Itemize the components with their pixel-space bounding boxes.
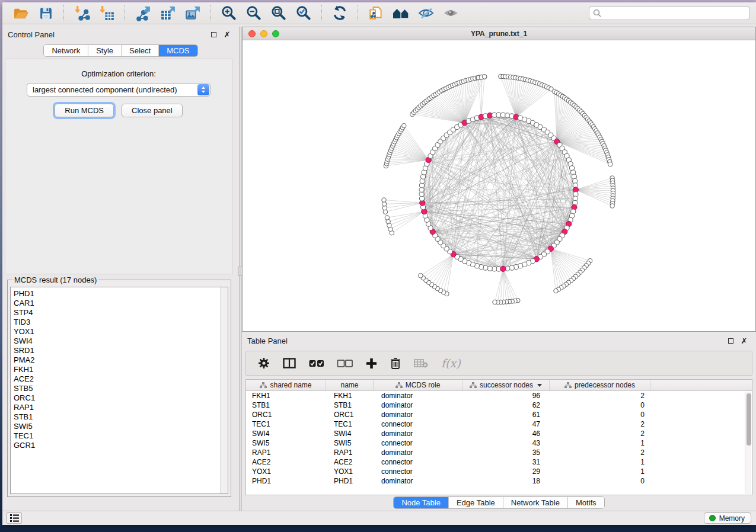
table-settings-button[interactable] — [258, 357, 270, 369]
optimization-criterion-select[interactable]: largest connected component (undirected) — [27, 83, 210, 97]
graph-node[interactable] — [573, 196, 578, 201]
search-input[interactable] — [589, 6, 750, 20]
mcds-result-item[interactable]: TID3 — [14, 318, 228, 327]
select-all-columns-button[interactable] — [309, 360, 324, 367]
save-session-button[interactable] — [35, 4, 56, 22]
mcds-result-list[interactable]: PHD1CAR1STP4TID3YOX1SWI4SRD1PMA2FKH1ACE2… — [10, 287, 228, 494]
graph-node[interactable] — [482, 75, 487, 79]
column-header-name[interactable]: name — [326, 380, 374, 390]
graph-node[interactable] — [382, 198, 387, 203]
graph-node[interactable] — [487, 266, 492, 271]
zoom-fit-button[interactable] — [268, 4, 289, 22]
table-scrollbar[interactable] — [745, 392, 751, 494]
table-row[interactable]: TEC1TEC1connector472 — [246, 419, 752, 429]
table-row[interactable]: STB1STB1dominator620 — [246, 400, 752, 410]
import-table-button[interactable] — [96, 4, 117, 22]
run-mcds-button[interactable]: Run MCDS — [55, 104, 114, 117]
export-network-button[interactable] — [132, 4, 154, 22]
table-row[interactable]: YOX1YOX1connector291 — [246, 467, 752, 476]
tab-select[interactable]: Select — [121, 45, 158, 56]
node-table[interactable]: shared namenameMCDS rolesuccessor nodesp… — [245, 379, 752, 495]
graph-node[interactable] — [505, 113, 510, 118]
graph-node[interactable] — [419, 273, 423, 278]
open-file-button[interactable] — [10, 4, 31, 22]
column-header-predecessor-nodes[interactable]: predecessor nodes — [550, 380, 650, 390]
task-history-button[interactable] — [7, 512, 22, 524]
graph-node[interactable] — [509, 265, 514, 270]
close-traffic-light[interactable] — [248, 30, 256, 37]
close-panel-button[interactable]: ✗ — [222, 30, 232, 39]
mcds-result-item[interactable]: PHD1 — [14, 289, 228, 299]
minimize-traffic-light[interactable] — [260, 30, 267, 37]
zoom-in-button[interactable] — [218, 4, 240, 22]
mcds-result-item[interactable]: ACE2 — [14, 374, 228, 384]
graph-node[interactable] — [573, 178, 578, 183]
export-image-button[interactable] — [182, 4, 203, 22]
memory-button[interactable]: Memory — [704, 512, 751, 524]
export-table-button[interactable] — [157, 4, 178, 22]
column-header-shared-name[interactable]: shared name — [246, 380, 326, 390]
graph-node[interactable] — [608, 162, 613, 166]
mcds-result-item[interactable]: STB5 — [14, 384, 228, 393]
graph-node[interactable] — [419, 183, 424, 188]
unselect-all-columns-button[interactable] — [337, 360, 353, 367]
graph-node[interactable] — [610, 204, 615, 209]
mcds-result-item[interactable]: TEC1 — [14, 431, 228, 441]
mcds-result-item[interactable]: SWI5 — [14, 422, 228, 431]
graph-node[interactable] — [554, 289, 559, 293]
table-row[interactable]: RAP1RAP1dominator352 — [246, 448, 752, 457]
graph-node[interactable] — [572, 174, 576, 179]
tab-edge-table[interactable]: Edge Table — [448, 497, 503, 508]
mcds-result-item[interactable]: RAP1 — [14, 403, 228, 412]
mcds-result-item[interactable]: STP4 — [14, 308, 228, 318]
table-row[interactable]: SWI5SWI5connector431 — [246, 438, 752, 448]
float-panel-button[interactable] — [209, 30, 218, 39]
tab-network[interactable]: Network — [44, 45, 88, 56]
scrollbar-thumb[interactable] — [747, 393, 751, 446]
table-row[interactable]: ACE2ACE2connector311 — [246, 457, 752, 467]
mcds-result-item[interactable]: STB1 — [14, 412, 228, 422]
apply-layout-button[interactable] — [329, 4, 350, 22]
show-column-panel-button[interactable] — [283, 358, 296, 368]
table-row[interactable]: PHD1PHD1dominator180 — [246, 476, 752, 486]
graph-node-mcds[interactable] — [500, 266, 506, 271]
column-header-successor-nodes[interactable]: successor nodes — [462, 380, 550, 390]
hide-selected-button[interactable] — [415, 4, 436, 22]
tab-mcds[interactable]: MCDS — [158, 45, 197, 56]
float-table-panel-button[interactable] — [726, 336, 735, 345]
import-network-button[interactable] — [71, 4, 92, 22]
create-column-button[interactable] — [366, 358, 377, 369]
network-view[interactable] — [243, 40, 755, 331]
delete-column-button[interactable] — [390, 357, 401, 369]
new-network-from-selection-button[interactable] — [365, 4, 387, 22]
table-row[interactable]: FKH1FKH1dominator962 — [246, 391, 752, 400]
first-neighbors-button[interactable] — [390, 4, 412, 22]
graph-node[interactable] — [420, 178, 425, 183]
mcds-result-item[interactable]: YOX1 — [14, 327, 228, 336]
mcds-result-item[interactable]: SRD1 — [14, 346, 228, 355]
maximize-traffic-light[interactable] — [272, 30, 279, 37]
mcds-result-item[interactable]: FKH1 — [14, 365, 228, 374]
close-panel-button-mcds[interactable]: Close panel — [122, 104, 183, 117]
mcds-result-item[interactable]: CAR1 — [14, 299, 228, 308]
table-row[interactable]: ORC1ORC1dominator610 — [246, 410, 752, 419]
show-all-button[interactable] — [440, 4, 461, 22]
graph-node[interactable] — [385, 216, 390, 220]
graph-node[interactable] — [493, 300, 497, 305]
tab-node-table[interactable]: Node Table — [394, 497, 448, 508]
tab-network-table[interactable]: Network Table — [503, 497, 567, 508]
table-row[interactable]: SWI4SWI4dominator462 — [246, 429, 752, 438]
mcds-result-item[interactable]: PMA2 — [14, 355, 228, 365]
column-header-MCDS-role[interactable]: MCDS role — [374, 380, 462, 390]
graph-node[interactable] — [402, 123, 407, 128]
zoom-out-button[interactable] — [243, 4, 264, 22]
network-graph[interactable] — [243, 40, 755, 331]
list-scrollbar[interactable] — [220, 287, 228, 493]
mcds-result-item[interactable]: ORC1 — [14, 393, 228, 403]
mcds-result-item[interactable]: SWI4 — [14, 336, 228, 346]
zoom-selected-button[interactable] — [293, 4, 314, 22]
close-table-panel-button[interactable]: ✗ — [739, 336, 749, 345]
tab-motifs[interactable]: Motifs — [567, 497, 604, 508]
tab-style[interactable]: Style — [88, 45, 121, 56]
mcds-result-item[interactable]: GCR1 — [14, 441, 228, 450]
